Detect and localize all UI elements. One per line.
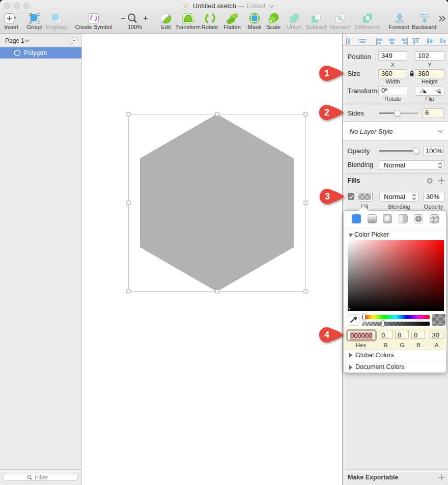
svg-text:4: 4 xyxy=(324,330,329,340)
svg-text:1: 1 xyxy=(324,68,329,78)
svg-text:2: 2 xyxy=(324,107,329,118)
svg-text:3: 3 xyxy=(325,191,330,202)
